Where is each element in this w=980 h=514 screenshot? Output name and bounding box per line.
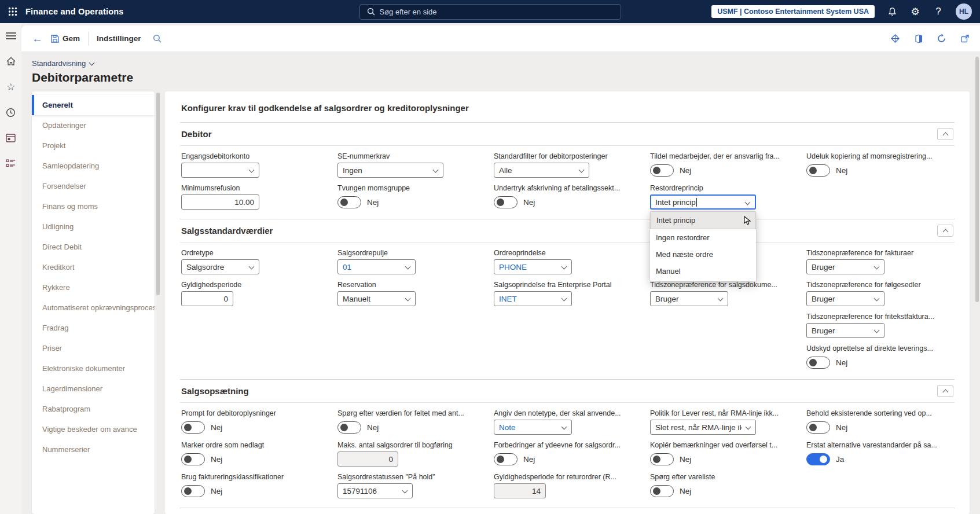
- collapse-section-button[interactable]: [937, 385, 953, 397]
- window-scrollbar[interactable]: [975, 57, 979, 302]
- field-salgsordrestatus-pa-hold: Salgsordrestatussen "På hold" 15791106: [337, 473, 485, 498]
- sidebar-item-rykkere[interactable]: Rykkere: [32, 277, 155, 298]
- back-arrow-icon[interactable]: ←: [32, 33, 43, 44]
- sidebar-item-nummerserier[interactable]: Nummerserier: [32, 439, 155, 460]
- tidszone-fakturaer-combobox[interactable]: Bruger: [806, 259, 884, 274]
- tab-list-scrollbar[interactable]: [156, 91, 160, 514]
- text-caret: [696, 198, 697, 207]
- home-icon[interactable]: [5, 56, 17, 67]
- minimumsrefusion-input[interactable]: 10.00: [181, 194, 259, 210]
- engangsdebitorkonto-combobox[interactable]: [181, 163, 259, 178]
- sidebar-item-elektroniske-dokumenter[interactable]: Elektroniske dokumenter: [32, 358, 155, 379]
- sidebar-item-finans-og-moms[interactable]: Finans og moms: [32, 196, 155, 216]
- workspaces-icon[interactable]: [5, 132, 17, 144]
- tidszone-salgsdokumenter-combobox[interactable]: Bruger: [650, 291, 728, 306]
- sidebar-item-opdateringer[interactable]: Opdateringer: [32, 115, 155, 135]
- office-integration-icon[interactable]: [914, 34, 923, 43]
- sidebar-item-generelt[interactable]: Generelt: [32, 95, 155, 115]
- sidebar-item-direct-debit[interactable]: Direct Debit: [32, 237, 155, 257]
- user-avatar[interactable]: HL: [956, 3, 972, 20]
- erstat-varestandarder-toggle[interactable]: [806, 453, 830, 465]
- open-in-new-window-icon[interactable]: [960, 34, 970, 43]
- standardfilter-combobox[interactable]: Alle: [494, 163, 589, 178]
- recent-clock-icon[interactable]: [5, 107, 17, 118]
- tvungen-momsgruppe-toggle[interactable]: [337, 196, 361, 208]
- ordretype-combobox[interactable]: Salgsordre: [181, 259, 259, 274]
- left-icon-rail: ☆: [0, 23, 21, 514]
- section-debitor: Debitor Engangsdebitorkonto SE-nummerkra…: [180, 122, 955, 219]
- sidebar-item-projekt[interactable]: Projekt: [32, 135, 155, 156]
- field-engangsdebitorkonto: Engangsdebitorkonto: [181, 152, 328, 178]
- environment-badge[interactable]: USMF | Contoso Entertainment System USA: [711, 5, 875, 18]
- sidebar-item-udligning[interactable]: Udligning: [32, 216, 155, 237]
- gyldighedsperiode-input[interactable]: 0: [181, 291, 233, 306]
- dropdown-option-ingen-restordrer[interactable]: Ingen restordrer: [650, 229, 756, 246]
- app-launcher-icon[interactable]: [0, 0, 25, 23]
- udskyd-oprettelse-toggle[interactable]: [806, 357, 830, 369]
- field-minimumsrefusion: Minimumsrefusion 10.00: [181, 184, 328, 210]
- ordreoprindelse-combobox[interactable]: PHONE: [494, 259, 572, 274]
- politik-lever-rest-combobox[interactable]: Slet rest, når RMA-linje ikke k...: [650, 420, 756, 435]
- favorites-star-icon[interactable]: ☆: [5, 81, 17, 93]
- kopier-bemaerkninger-toggle[interactable]: [650, 453, 674, 465]
- help-icon[interactable]: ?: [933, 6, 944, 17]
- sporg-efter-vareliste-toggle[interactable]: [650, 485, 674, 497]
- field-prompt-debitoroplysninger: Prompt for debitoroplysninger Nej: [181, 409, 328, 435]
- sidebar-item-lagerdimensioner[interactable]: Lagerdimensioner: [32, 379, 155, 399]
- field-marker-ordre-nedlagt: Marker ordre som nedlagt Nej: [181, 441, 328, 467]
- global-search-placeholder: Søg efter en side: [380, 8, 437, 16]
- tidszone-folgesedler-combobox[interactable]: Bruger: [806, 291, 884, 306]
- tidszone-fritekstfaktura-combobox[interactable]: Bruger: [806, 323, 884, 338]
- salgsordrepulje-combobox[interactable]: 01: [337, 259, 416, 274]
- sporg-efter-vaerdien-toggle[interactable]: [337, 421, 361, 434]
- sidebar-item-automatiseret-opkraevningsproces[interactable]: Automatiseret opkrævningsproces: [32, 298, 155, 318]
- sidebar-item-fradrag[interactable]: Fradrag: [32, 318, 155, 338]
- maks-antal-salgsordrer-input[interactable]: 0: [337, 451, 398, 467]
- view-selector[interactable]: Standardvisning: [32, 59, 94, 68]
- global-search-input[interactable]: Søg efter en side: [359, 4, 621, 20]
- field-kopier-bemaerkninger: Kopiér bemærkninger ved overførsel t... …: [650, 441, 797, 467]
- section-title: Salgsstandardværdier: [181, 226, 273, 236]
- settings-menu-button[interactable]: Indstillinger: [97, 34, 141, 43]
- field-tidszone-folgesedler: Tidszonepræference for følgesedler Bruge…: [806, 281, 953, 306]
- gyldighedsperiode-returordrer-input[interactable]: 14: [494, 483, 546, 498]
- settings-gear-icon[interactable]: ⚙: [909, 6, 921, 17]
- field-behold-sortering: Behold eksisterende sortering ved op... …: [806, 409, 953, 435]
- prompt-debitoroplysninger-toggle[interactable]: [181, 421, 205, 434]
- notetype-combobox[interactable]: Note: [494, 420, 572, 435]
- salgsordrestatus-pa-hold-combobox[interactable]: 15791106: [337, 483, 413, 498]
- behold-sortering-toggle[interactable]: [806, 421, 830, 434]
- forbedringer-ydeevne-toggle[interactable]: [494, 453, 517, 465]
- reservation-combobox[interactable]: Manuelt: [337, 291, 416, 306]
- dropdown-option-med-naeste-ordre[interactable]: Med næste ordre: [650, 246, 756, 263]
- task-list-icon[interactable]: [5, 157, 17, 169]
- marker-ordre-nedlagt-toggle[interactable]: [181, 453, 205, 465]
- salgsoprindelse-ep-combobox[interactable]: INET: [494, 291, 572, 306]
- udeluk-kopiering-toggle[interactable]: [806, 164, 830, 177]
- tildel-medarbejder-toggle[interactable]: [650, 164, 674, 177]
- actions-search-icon[interactable]: [153, 34, 162, 43]
- se-nummerkrav-combobox[interactable]: Ingen: [337, 163, 443, 178]
- chevron-down-icon: [405, 296, 411, 302]
- collapse-section-button[interactable]: [937, 225, 953, 237]
- brug-faktureringsklassifikationer-toggle[interactable]: [181, 485, 205, 497]
- undertryk-afskrivning-toggle[interactable]: [494, 196, 517, 208]
- sidebar-item-kreditkort[interactable]: Kreditkort: [32, 257, 155, 277]
- sidebar-item-forsendelser[interactable]: Forsendelser: [32, 176, 155, 196]
- sidebar-item-priser[interactable]: Priser: [32, 338, 155, 358]
- dropdown-option-intet-princip[interactable]: Intet princip: [650, 211, 756, 229]
- restordreprincip-combobox[interactable]: Intet princip: [650, 194, 756, 210]
- sidebar-item-samleopdatering[interactable]: Samleopdatering: [32, 156, 155, 176]
- field-standardfilter: Standardfilter for debitorposteringer Al…: [494, 152, 641, 178]
- collapse-section-button[interactable]: [937, 128, 953, 140]
- sidebar-item-rabatprogram[interactable]: Rabatprogram: [32, 399, 155, 419]
- notifications-bell-icon[interactable]: [886, 6, 898, 17]
- save-button[interactable]: Gem: [51, 34, 80, 43]
- refresh-icon[interactable]: [937, 34, 946, 43]
- field-politik-lever-rest: Politik for Lever rest, når RMA-linje ik…: [650, 409, 797, 435]
- data-validation-icon[interactable]: [890, 34, 900, 43]
- hamburger-menu-icon[interactable]: [5, 30, 17, 42]
- dropdown-option-manuel[interactable]: Manuel: [650, 263, 756, 280]
- section-title: Debitor: [181, 129, 212, 139]
- sidebar-item-vigtige-beskeder-om-avance[interactable]: Vigtige beskeder om avance: [32, 419, 155, 439]
